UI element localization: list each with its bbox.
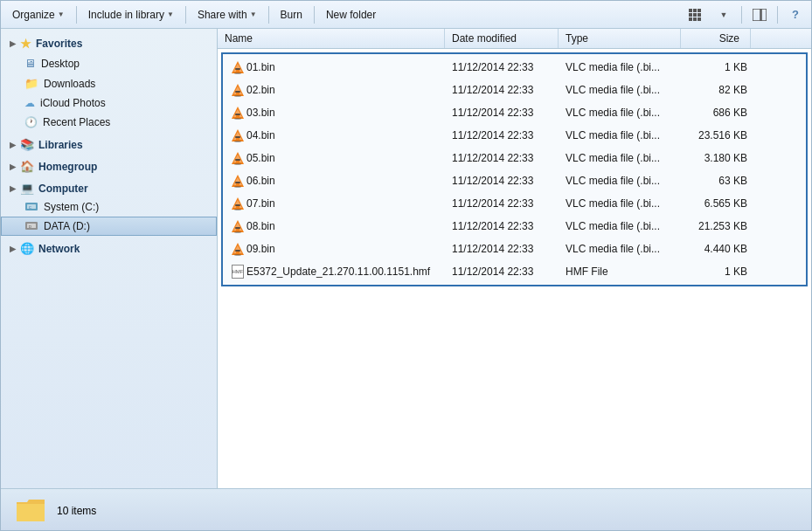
table-row[interactable]: 01.bin 11/12/2014 22:33 VLC media file (… <box>225 56 804 79</box>
toolbar-right: ▼ ? <box>684 4 808 25</box>
file-name: 05.bin <box>246 152 452 164</box>
sidebar-item-downloads[interactable]: 📁 Downloads <box>1 73 217 93</box>
svg-rect-10 <box>761 9 767 21</box>
network-header[interactable]: ▶ 🌐 Network <box>1 239 217 258</box>
col-date-label: Date modified <box>452 32 517 45</box>
table-row[interactable]: 05.bin 11/12/2014 22:33 VLC media file (… <box>225 147 804 169</box>
file-name: 01.bin <box>246 61 452 73</box>
svg-rect-6 <box>689 17 692 21</box>
toolbar: Organize ▼ Include in library ▼ Share wi… <box>1 1 811 29</box>
computer-header[interactable]: ▶ 💻 Computer <box>1 179 217 197</box>
col-size-label: Size <box>719 32 739 45</box>
homegroup-arrow: ▶ <box>10 162 16 171</box>
svg-point-51 <box>234 209 241 210</box>
file-date: 11/12/2014 22:33 <box>452 84 566 96</box>
network-arrow: ▶ <box>10 245 16 253</box>
help-button[interactable]: ? <box>783 4 808 25</box>
homegroup-header[interactable]: ▶ 🏠 Homegroup <box>1 157 217 176</box>
sidebar-item-desktop[interactable]: 🖥 Desktop <box>1 53 217 73</box>
view-dropdown-button[interactable]: ▼ <box>711 4 736 25</box>
favorites-label: Favorites <box>36 38 82 50</box>
new-folder-button[interactable]: New folder <box>318 5 384 24</box>
vlc-icon <box>229 149 246 167</box>
table-row[interactable]: 03.bin 11/12/2014 22:33 VLC media file (… <box>225 101 804 124</box>
col-header-date[interactable]: Date modified <box>445 29 559 48</box>
drive-c-icon: C <box>24 201 38 213</box>
svg-rect-0 <box>689 9 692 12</box>
table-row[interactable]: 07.bin 11/12/2014 22:33 VLC media file (… <box>225 192 804 215</box>
computer-label: Computer <box>38 183 88 195</box>
svg-point-41 <box>234 163 241 165</box>
svg-point-21 <box>234 72 241 74</box>
file-name: 03.bin <box>246 107 452 119</box>
file-name: 08.bin <box>246 220 452 232</box>
table-row[interactable]: HMF E5372_Update_21.270.11.00.1151.hmf 1… <box>225 260 804 283</box>
file-name: E5372_Update_21.270.11.00.1151.hmf <box>246 266 452 278</box>
vlc-icon <box>229 59 246 76</box>
col-type-label: Type <box>566 32 588 45</box>
new-folder-label: New folder <box>326 9 376 21</box>
vlc-icon <box>229 81 246 99</box>
svg-rect-8 <box>697 17 701 21</box>
sidebar-item-recent[interactable]: 🕐 Recent Places <box>1 113 217 132</box>
file-type: HMF File <box>566 266 688 278</box>
favorites-arrow: ▶ <box>10 39 16 48</box>
table-row[interactable]: 08.bin 11/12/2014 22:33 VLC media file (… <box>225 215 804 238</box>
preview-button[interactable] <box>747 4 772 25</box>
icloud-icon: ☁ <box>24 97 35 109</box>
table-row[interactable]: 02.bin 11/12/2014 22:33 VLC media file (… <box>225 79 804 101</box>
libraries-header[interactable]: ▶ 📚 Libraries <box>1 135 217 154</box>
sidebar-item-system-c[interactable]: C System (C:) <box>1 197 217 217</box>
table-row[interactable]: 09.bin 11/12/2014 22:33 VLC media file (… <box>225 238 804 260</box>
col-header-size[interactable]: Size <box>681 29 751 48</box>
vlc-icon <box>229 240 246 258</box>
table-row[interactable]: 06.bin 11/12/2014 22:33 VLC media file (… <box>225 169 804 192</box>
svg-rect-45 <box>236 183 239 186</box>
file-type: VLC media file (.bi... <box>566 243 688 255</box>
svg-rect-30 <box>236 115 239 118</box>
svg-point-36 <box>234 141 241 142</box>
svg-rect-39 <box>235 159 240 161</box>
recent-icon: 🕐 <box>24 116 38 128</box>
computer-arrow: ▶ <box>10 184 16 193</box>
svg-rect-60 <box>236 252 239 254</box>
organize-button[interactable]: Organize ▼ <box>4 5 73 24</box>
view-options-button[interactable] <box>684 4 708 25</box>
file-size: 686 KB <box>688 107 758 119</box>
col-header-name[interactable]: Name <box>218 29 445 48</box>
help-icon: ? <box>792 8 799 21</box>
svg-rect-40 <box>236 161 239 163</box>
file-type: VLC media file (.bi... <box>566 197 688 210</box>
file-name: 06.bin <box>246 175 452 187</box>
svg-rect-20 <box>236 70 239 72</box>
share-with-button[interactable]: Share with ▼ <box>190 5 265 24</box>
burn-button[interactable]: Burn <box>273 5 310 24</box>
table-row[interactable]: 04.bin 11/12/2014 22:33 VLC media file (… <box>225 124 804 147</box>
hmf-icon: HMF <box>229 263 246 280</box>
column-headers: Name Date modified Type Size <box>218 29 811 49</box>
toolbar-sep-1 <box>76 6 77 24</box>
sidebar-item-icloud[interactable]: ☁ iCloud Photos <box>1 93 217 113</box>
favorites-header[interactable]: ▶ ★ Favorites <box>1 34 217 53</box>
file-size: 21.253 KB <box>688 220 758 232</box>
svg-rect-5 <box>697 13 701 17</box>
organize-arrow: ▼ <box>58 10 65 18</box>
file-size: 6.565 KB <box>688 197 758 210</box>
sidebar-item-data-d[interactable]: D DATA (D:) <box>1 217 217 236</box>
libraries-section: ▶ 📚 Libraries <box>1 135 217 154</box>
file-name: 07.bin <box>246 197 452 210</box>
homegroup-icon: 🏠 <box>20 160 34 173</box>
svg-rect-35 <box>236 138 239 141</box>
svg-rect-24 <box>235 91 240 93</box>
svg-rect-4 <box>693 13 697 17</box>
svg-rect-44 <box>235 182 240 183</box>
svg-rect-3 <box>689 13 692 17</box>
file-type: VLC media file (.bi... <box>566 84 688 96</box>
col-header-type[interactable]: Type <box>559 29 681 48</box>
drive-d-icon: D <box>24 220 38 232</box>
include-library-button[interactable]: Include in library ▼ <box>80 5 182 24</box>
file-size: 1 KB <box>688 266 758 278</box>
col-name-label: Name <box>225 32 253 45</box>
homegroup-section: ▶ 🏠 Homegroup <box>1 157 217 176</box>
svg-text:D: D <box>29 224 31 229</box>
